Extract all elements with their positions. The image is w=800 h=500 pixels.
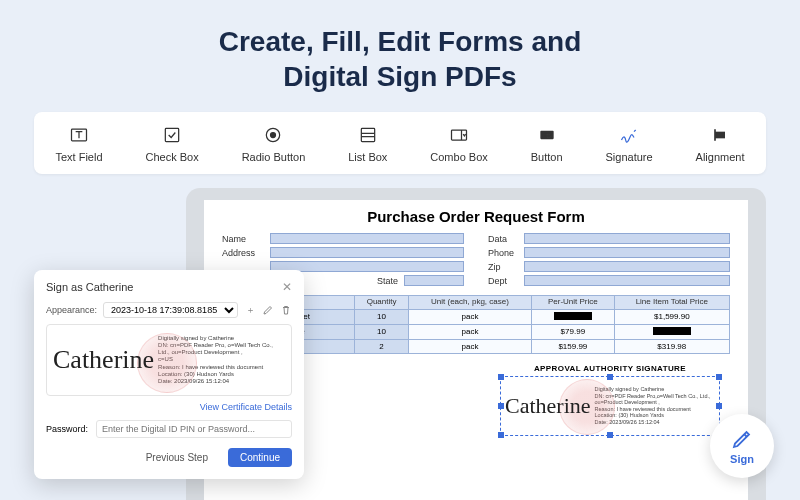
label-dept: Dept (488, 276, 518, 286)
delete-appearance-icon[interactable] (280, 303, 292, 317)
combo-box-icon (448, 124, 470, 146)
svg-text:OK: OK (542, 132, 551, 138)
sign-dialog: Sign as Catherine ✕ Appearance: 2023-10-… (34, 270, 304, 479)
password-input[interactable] (96, 420, 292, 438)
dialog-title: Sign as Catherine (46, 281, 133, 293)
tool-signature[interactable]: Signature (606, 124, 653, 163)
continue-button[interactable]: Continue (228, 448, 292, 467)
tool-check-box[interactable]: Check Box (146, 124, 199, 163)
tool-label: Combo Box (430, 151, 487, 163)
password-label: Password: (46, 424, 88, 434)
appearance-select[interactable]: 2023-10-18 17:39:08.8185 (103, 302, 238, 318)
alignment-icon (709, 124, 731, 146)
hero-title: Create, Fill, Edit Forms andDigital Sign… (0, 0, 800, 112)
svg-rect-8 (715, 131, 725, 138)
tool-label: Alignment (696, 151, 745, 163)
button-icon: OK (536, 124, 558, 146)
approval-title: APPROVAL AUTHORITY SIGNATURE (500, 364, 720, 373)
svg-rect-1 (165, 128, 178, 141)
tool-label: List Box (348, 151, 387, 163)
tool-alignment[interactable]: Alignment (696, 124, 745, 163)
pen-icon (730, 427, 754, 451)
forms-toolbar: Text Field Check Box Radio Button List B… (34, 112, 766, 174)
label-state: State (377, 276, 398, 286)
document-title: Purchase Order Request Form (222, 208, 730, 225)
input-address[interactable] (270, 247, 464, 258)
previous-step-button[interactable]: Previous Step (134, 448, 220, 467)
fab-label: Sign (730, 453, 754, 465)
label-zip: Zip (488, 262, 518, 272)
tool-combo-box[interactable]: Combo Box (430, 124, 487, 163)
preview-name: Catherine (53, 345, 154, 375)
signature-name: Catherine (505, 393, 591, 419)
tool-label: Radio Button (242, 151, 306, 163)
check-box-icon (161, 124, 183, 146)
signature-field[interactable]: Catherine Digitally signed by Catherine … (500, 376, 720, 436)
input-data[interactable] (524, 233, 730, 244)
signature-preview: Catherine Digitally signed by Catherine … (46, 324, 292, 396)
tool-label: Signature (606, 151, 653, 163)
svg-rect-4 (361, 128, 374, 141)
signature-icon (618, 124, 640, 146)
input-dept[interactable] (524, 275, 730, 286)
svg-point-3 (271, 132, 276, 137)
list-box-icon (357, 124, 379, 146)
input-name[interactable] (270, 233, 464, 244)
tool-label: Button (531, 151, 563, 163)
tool-radio-button[interactable]: Radio Button (242, 124, 306, 163)
tool-text-field[interactable]: Text Field (55, 124, 102, 163)
radio-button-icon (262, 124, 284, 146)
label-phone: Phone (488, 248, 518, 258)
text-field-icon (68, 124, 90, 146)
input-state[interactable] (404, 275, 464, 286)
approval-section: APPROVAL AUTHORITY SIGNATURE Catherine D… (500, 364, 720, 436)
sign-fab[interactable]: Sign (710, 414, 774, 478)
tool-button[interactable]: OK Button (531, 124, 563, 163)
label-data: Data (488, 234, 518, 244)
tool-label: Text Field (55, 151, 102, 163)
label-name: Name (222, 234, 264, 244)
view-certificate-link[interactable]: View Certificate Details (46, 402, 292, 412)
add-appearance-icon[interactable]: ＋ (244, 303, 256, 317)
appearance-label: Appearance: (46, 305, 97, 315)
close-icon[interactable]: ✕ (282, 280, 292, 294)
input-phone[interactable] (524, 247, 730, 258)
input-zip[interactable] (524, 261, 730, 272)
tool-list-box[interactable]: List Box (348, 124, 387, 163)
edit-appearance-icon[interactable] (262, 303, 274, 317)
tool-label: Check Box (146, 151, 199, 163)
label-address: Address (222, 248, 264, 258)
